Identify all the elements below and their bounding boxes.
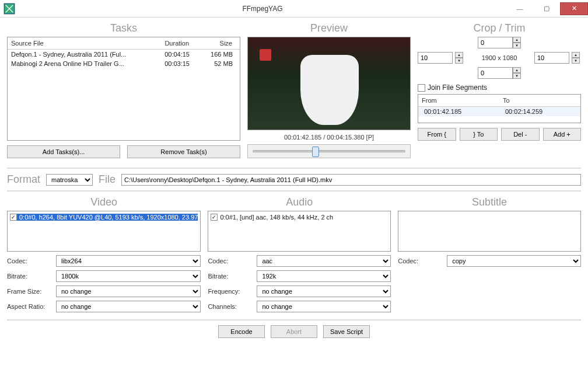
crop-top-spin[interactable]: ▲▼ (513, 37, 521, 48)
video-stream-list[interactable]: ✓ 0:0#0, h264, 8bit YUV420 @L40, 5193 kb… (7, 211, 201, 252)
subtitle-codec-label: Codec: (398, 257, 442, 264)
to-button[interactable]: } To (460, 128, 498, 141)
crop-top[interactable] (478, 37, 513, 48)
table-row[interactable]: Defqon.1 - Sydney, Australia 2011 (Ful..… (8, 50, 240, 59)
tasks-title: Tasks (7, 22, 240, 34)
join-segments-label: Join File Segments (428, 83, 487, 92)
format-select[interactable]: matroska (46, 174, 93, 186)
video-framesize-label: Frame Size: (7, 288, 51, 295)
crop-dims: 1900 x 1080 (467, 54, 532, 61)
close-button[interactable]: ✕ (560, 2, 588, 15)
save-script-button[interactable]: Save Script (323, 325, 370, 338)
maximize-button[interactable]: ▢ (533, 2, 560, 15)
crop-bottom-spin[interactable]: ▲▼ (513, 67, 521, 79)
crop-right[interactable] (534, 52, 569, 64)
audio-stream-checkbox[interactable]: ✓ (211, 214, 218, 221)
subtitle-stream-list[interactable] (398, 211, 581, 252)
add-tasks-button[interactable]: Add Tasks(s)... (7, 145, 120, 158)
video-codec-label: Codec: (7, 257, 51, 264)
audio-channels-label: Channels: (208, 303, 252, 310)
audio-stream-list[interactable]: ✓ 0:0#1, [und] aac, 148 kb/s, 44 kHz, 2 … (208, 211, 391, 252)
seek-slider[interactable] (247, 144, 411, 158)
preview-frame[interactable] (247, 37, 411, 130)
abort-button[interactable]: Abort (271, 325, 317, 338)
video-framesize-select[interactable]: no change (56, 286, 201, 297)
audio-frequency-label: Frequency: (208, 288, 252, 295)
th-to[interactable]: To (499, 95, 580, 106)
minimize-button[interactable]: — (506, 2, 533, 15)
audio-codec-select[interactable]: aac (257, 255, 391, 267)
video-aspect-select[interactable]: no change (56, 301, 201, 312)
th-from[interactable]: From (418, 95, 499, 106)
video-bitrate-label: Bitrate: (7, 273, 51, 280)
audio-bitrate-select[interactable]: 192k (257, 270, 391, 282)
audio-frequency-select[interactable]: no change (257, 286, 391, 297)
remove-tasks-button[interactable]: Remove Task(s) (127, 145, 240, 158)
segment-row[interactable]: 00:01:42.185 00:02:14.259 (418, 107, 580, 116)
video-stream-checkbox[interactable]: ✓ (10, 214, 17, 221)
add-button[interactable]: Add + (543, 128, 582, 141)
audio-bitrate-label: Bitrate: (208, 273, 252, 280)
tasks-table[interactable]: Source File Duration Size Defqon.1 - Syd… (7, 37, 240, 141)
th-source[interactable]: Source File (8, 37, 146, 49)
audio-title: Audio (208, 196, 391, 208)
table-row[interactable]: Mabinogi 2 Arena Online HD Trailer G... … (8, 59, 240, 68)
crop-right-spin[interactable]: ▲▼ (572, 52, 581, 64)
window-title: FFmpegYAG (19, 5, 506, 13)
from-button[interactable]: From { (418, 128, 456, 141)
th-size[interactable]: Size (193, 37, 240, 49)
video-title: Video (7, 196, 201, 208)
file-label: File (99, 173, 116, 186)
join-segments-checkbox[interactable] (418, 84, 425, 92)
audio-channels-select[interactable]: no change (257, 301, 391, 312)
th-duration[interactable]: Duration (146, 37, 193, 49)
crop-left-spin[interactable]: ▲▼ (455, 52, 464, 64)
crop-left[interactable] (418, 52, 453, 64)
preview-title: Preview (247, 22, 411, 34)
audio-codec-label: Codec: (208, 257, 252, 264)
audio-stream-item[interactable]: ✓ 0:0#1, [und] aac, 148 kb/s, 44 kHz, 2 … (211, 214, 388, 221)
video-aspect-label: Aspect Ratio: (7, 303, 51, 310)
subtitle-title: Subtitle (398, 196, 581, 208)
subtitle-codec-select[interactable]: copy (447, 255, 581, 267)
crop-bottom[interactable] (478, 67, 513, 79)
video-stream-item[interactable]: ✓ 0:0#0, h264, 8bit YUV420 @L40, 5193 kb… (10, 214, 198, 221)
app-icon (4, 3, 15, 15)
preview-time: 00:01:42.185 / 00:04:15.380 [P] (247, 134, 411, 141)
slider-thumb[interactable] (312, 147, 319, 157)
segments-table[interactable]: From To 00:01:42.185 00:02:14.259 (418, 94, 581, 123)
video-bitrate-select[interactable]: 1800k (56, 270, 201, 282)
titlebar: FFmpegYAG — ▢ ✕ (0, 0, 588, 18)
format-label: Format (7, 173, 40, 186)
encode-button[interactable]: Encode (218, 325, 265, 338)
file-input[interactable] (121, 174, 581, 186)
video-codec-select[interactable]: libx264 (56, 255, 201, 267)
del-button[interactable]: Del - (501, 128, 540, 141)
crop-title: Crop / Trim (418, 22, 581, 34)
